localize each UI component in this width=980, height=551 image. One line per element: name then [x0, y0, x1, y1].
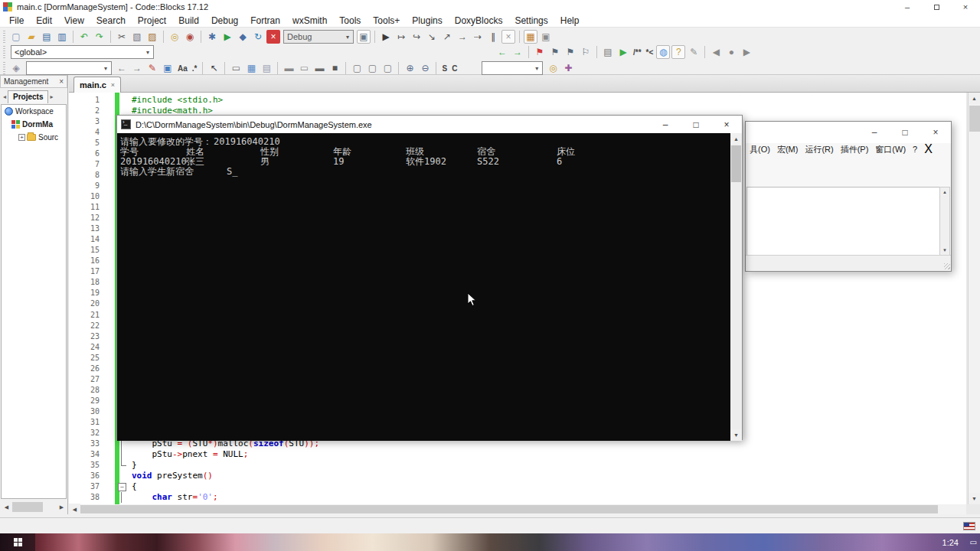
break-debugger-icon[interactable]: ∥: [486, 30, 500, 44]
menu-doxyblocks[interactable]: DoxyBlocks: [449, 14, 509, 28]
wxsmith-sizer-v-icon[interactable]: ▭: [297, 61, 311, 75]
wxsmith-frame-icon[interactable]: ▭: [229, 61, 243, 75]
run-to-cursor-icon[interactable]: ↦: [394, 30, 408, 44]
npp-menu-item-4[interactable]: 窗口(W): [875, 144, 906, 155]
menu-fortran[interactable]: Fortran: [244, 14, 286, 28]
highlight-icon[interactable]: ✎: [145, 61, 159, 75]
menu-tools[interactable]: Tools+: [367, 14, 406, 28]
select-target-icon[interactable]: ▣: [357, 30, 371, 44]
tabs-scroll-left-icon[interactable]: ◂: [2, 93, 8, 100]
redo-icon[interactable]: ↷: [93, 30, 106, 44]
menu-view[interactable]: View: [58, 14, 90, 28]
step-into-instruction-icon[interactable]: ⇢: [471, 30, 485, 44]
scroll-right-icon[interactable]: ▶: [56, 501, 67, 513]
console-vscrollbar[interactable]: ▲ ▼: [730, 133, 742, 441]
zoom-out-icon[interactable]: ⊖: [418, 61, 432, 75]
new-file-icon[interactable]: ▢: [9, 30, 23, 44]
thread-search-options-icon[interactable]: ✚: [561, 61, 575, 75]
npp-menu-item-5[interactable]: ?: [913, 145, 917, 154]
scroll-down-icon[interactable]: ▼: [730, 429, 742, 441]
menu-tools[interactable]: Tools: [333, 14, 367, 28]
notepadpp-minimize-button[interactable]: –: [859, 122, 890, 143]
thread-search-combo[interactable]: ▾: [482, 61, 543, 75]
menu-file[interactable]: File: [3, 14, 30, 28]
scroll-up-icon[interactable]: ▲: [730, 133, 742, 145]
scroll-thumb[interactable]: [12, 502, 43, 512]
code-line[interactable]: 38 char str='0';: [69, 492, 966, 503]
scroll-thumb[interactable]: [731, 145, 741, 182]
console-window[interactable]: D:\C\DormManageSystem\bin\Debug\DormMana…: [116, 115, 743, 440]
menu-debug[interactable]: Debug: [205, 14, 244, 28]
wxsmith-border-top-icon[interactable]: ▢: [365, 61, 379, 75]
wxsmith-resource-icon[interactable]: ▤: [260, 61, 273, 75]
doxy-block-comment-icon[interactable]: /**: [631, 45, 644, 59]
toggle-bookmark-icon[interactable]: ⚑: [533, 45, 547, 59]
build-icon[interactable]: ✱: [205, 30, 219, 44]
keyboard-layout-flag-icon[interactable]: [963, 522, 975, 530]
console-titlebar[interactable]: D:\C\DormManageSystem\bin\Debug\DormMana…: [117, 116, 742, 133]
fold-margin[interactable]: [115, 481, 132, 492]
doxy-line-comment-icon[interactable]: *<: [644, 45, 656, 59]
build-target-combo[interactable]: Debug▾: [283, 30, 354, 44]
console-minimize-button[interactable]: –: [650, 116, 681, 133]
fortran-home-icon[interactable]: ●: [724, 45, 738, 59]
scroll-up-icon[interactable]: ▲: [969, 93, 980, 104]
wxsmith-sizer-h-icon[interactable]: ▬: [282, 61, 296, 75]
various-info-icon[interactable]: ▣: [539, 30, 553, 44]
open-file-icon[interactable]: ▰: [24, 30, 38, 44]
tree-item-sourc[interactable]: +Sourc: [2, 131, 66, 144]
doxy-run-html-icon[interactable]: ◍: [656, 45, 670, 59]
console-maximize-button[interactable]: □: [681, 116, 711, 133]
tab-projects[interactable]: Projects: [8, 90, 48, 103]
scroll-left-icon[interactable]: ◀: [69, 504, 80, 515]
wxsmith-sizer-grid-icon[interactable]: ▬: [312, 61, 326, 75]
notepadpp-vscrollbar[interactable]: ▲ ▼: [939, 187, 950, 256]
wxsmith-border-left-icon[interactable]: ▢: [350, 61, 364, 75]
management-close-icon[interactable]: ×: [59, 77, 64, 86]
rebuild-icon[interactable]: ↻: [251, 30, 265, 44]
regex-icon[interactable]: .*: [190, 61, 200, 75]
notepadpp-maximize-button[interactable]: □: [890, 122, 920, 143]
restore-button[interactable]: [922, 0, 951, 14]
notepadpp-close-button[interactable]: ×: [920, 122, 951, 143]
notepadpp-window[interactable]: – □ × 具(O)宏(M)运行(R)插件(P)窗口(W)?X ▲ ▼: [745, 121, 952, 272]
resize-grip[interactable]: [944, 263, 950, 269]
taskbar-clock[interactable]: 1:24: [942, 533, 959, 551]
notepadpp-text-area[interactable]: [746, 187, 941, 256]
menu-search[interactable]: Search: [90, 14, 132, 28]
action-center-icon[interactable]: ▭: [970, 533, 977, 551]
copy-icon[interactable]: ▧: [130, 30, 144, 44]
editor-hscrollbar[interactable]: ◀: [69, 504, 966, 514]
menu-plugins[interactable]: Plugins: [406, 14, 448, 28]
abort-icon[interactable]: ×: [266, 30, 280, 44]
menu-project[interactable]: Project: [132, 14, 172, 28]
match-case-icon[interactable]: Aa: [175, 61, 190, 75]
doxy-config-icon[interactable]: ✎: [687, 45, 701, 59]
step-into-icon[interactable]: ↘: [425, 30, 439, 44]
undo-icon[interactable]: ↶: [77, 30, 91, 44]
npp-menu-close-icon[interactable]: X: [924, 142, 933, 156]
tab-close-icon[interactable]: ×: [111, 81, 115, 89]
goto-next-changed-icon[interactable]: →: [511, 45, 524, 59]
npp-menu-item-0[interactable]: 具(O): [750, 144, 770, 155]
selected-highlight-icon[interactable]: ▣: [161, 61, 175, 75]
symbol-combo[interactable]: <global>▾: [11, 45, 154, 59]
tabs-scroll-right-icon[interactable]: ▸: [48, 93, 54, 100]
tree-item-dormma[interactable]: DormMa: [2, 118, 66, 131]
incsearch-options-icon[interactable]: ◈: [9, 61, 23, 75]
next-instruction-icon[interactable]: →: [456, 30, 469, 44]
step-out-icon[interactable]: ↗: [440, 30, 454, 44]
paste-icon[interactable]: ▨: [145, 30, 159, 44]
npp-menu-item-3[interactable]: 插件(P): [841, 144, 869, 155]
minimize-button[interactable]: –: [893, 0, 922, 14]
prev-bookmark-icon[interactable]: ⚑: [548, 45, 562, 59]
save-all-icon[interactable]: ▥: [55, 30, 69, 44]
code-line[interactable]: 2#include<math.h>: [69, 105, 966, 116]
build-and-run-icon[interactable]: ◆: [236, 30, 250, 44]
tab-main-c[interactable]: main.c ×: [74, 77, 121, 93]
clear-bookmarks-icon[interactable]: ⚐: [579, 45, 593, 59]
cut-icon[interactable]: ✂: [115, 30, 129, 44]
scroll-down-icon[interactable]: ▼: [969, 493, 980, 504]
wxsmith-border-all-icon[interactable]: ▢: [381, 61, 394, 75]
tree-item-workspace[interactable]: Workspace: [2, 105, 66, 118]
